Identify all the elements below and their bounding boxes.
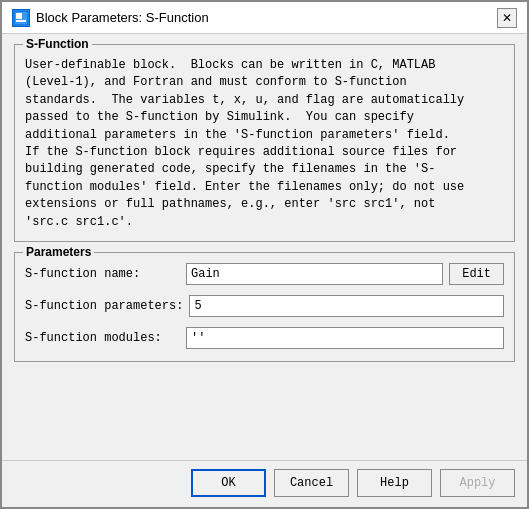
sfunction-modules-label: S-function modules: — [25, 331, 180, 345]
parameters-section: Parameters S-function name: Edit S-funct… — [14, 252, 515, 362]
sfunction-section: S-Function User-definable block. Blocks … — [14, 44, 515, 242]
help-button[interactable]: Help — [357, 469, 432, 497]
dialog-body: S-Function User-definable block. Blocks … — [2, 34, 527, 460]
apply-button[interactable]: Apply — [440, 469, 515, 497]
dialog-footer: OK Cancel Help Apply — [2, 460, 527, 507]
sfunction-name-label: S-function name: — [25, 267, 180, 281]
cancel-button[interactable]: Cancel — [274, 469, 349, 497]
sfunction-modules-input[interactable] — [186, 327, 504, 349]
sfunction-description: User-definable block. Blocks can be writ… — [25, 57, 504, 231]
sfunction-parameters-input[interactable] — [189, 295, 504, 317]
sfunction-parameters-row: S-function parameters: — [25, 295, 504, 317]
block-parameters-dialog: Block Parameters: S-Function ✕ S-Functio… — [0, 0, 529, 509]
dialog-title: Block Parameters: S-Function — [36, 10, 209, 25]
title-bar-left: Block Parameters: S-Function — [12, 9, 209, 27]
title-bar: Block Parameters: S-Function ✕ — [2, 2, 527, 34]
sfunction-name-row: S-function name: Edit — [25, 263, 504, 285]
sfunction-parameters-label: S-function parameters: — [25, 299, 183, 313]
svg-rect-1 — [16, 13, 22, 19]
edit-button[interactable]: Edit — [449, 263, 504, 285]
ok-button[interactable]: OK — [191, 469, 266, 497]
sfunction-section-label: S-Function — [23, 37, 92, 51]
close-button[interactable]: ✕ — [497, 8, 517, 28]
dialog-icon — [12, 9, 30, 27]
svg-rect-2 — [16, 20, 26, 22]
sfunction-name-input[interactable] — [186, 263, 443, 285]
sfunction-modules-row: S-function modules: — [25, 327, 504, 349]
parameters-section-label: Parameters — [23, 245, 94, 259]
